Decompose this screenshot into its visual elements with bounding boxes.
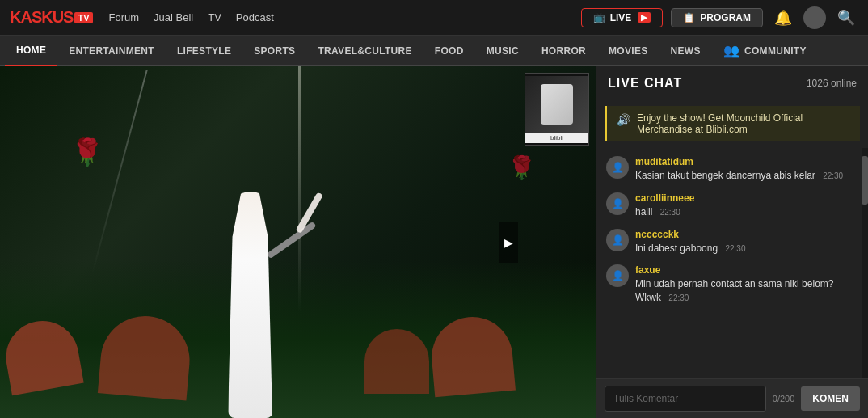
msg-time-2: 22:30 xyxy=(660,208,680,217)
top-nav: KASKUS TV Forum Jual Beli TV Podcast 📺 L… xyxy=(0,0,868,36)
chat-message-4: 👤 faxue Min udah pernah contact an sama … xyxy=(596,260,862,310)
pinned-text: Enjoy the show! Get Moonchild Official M… xyxy=(637,112,850,135)
live-badge: ▶ xyxy=(638,12,651,23)
program-label: PROGRAM xyxy=(700,12,751,23)
microphone xyxy=(266,222,316,260)
chat-message-3: 👤 nccccckk Ini dabest gaboong 22:30 xyxy=(596,224,862,260)
program-icon: 📋 xyxy=(683,12,695,23)
cat-horror[interactable]: HORROR xyxy=(530,36,597,66)
main-content: 🌹 🌹 blibli ▶ LIVE CHAT xyxy=(0,66,868,418)
msg-avatar-4: 👤 xyxy=(606,264,629,287)
thumbnail-image xyxy=(525,76,588,133)
chat-messages[interactable]: 👤 muditatidum Kasian takut bengek dancer… xyxy=(596,148,862,378)
merchandise-jacket xyxy=(541,84,573,125)
flower-decoration-1: 🌹 xyxy=(71,137,103,167)
flower-decoration-2: 🌹 xyxy=(508,154,536,181)
chat-online-count: 1026 online xyxy=(807,78,857,89)
chat-scrollbar[interactable] xyxy=(862,148,868,378)
blibli-logo: blibli xyxy=(525,133,588,143)
performer-body xyxy=(228,192,272,418)
notification-button[interactable]: 🔔 xyxy=(771,6,795,30)
pinned-message: 🔊 Enjoy the show! Get Moonchild Official… xyxy=(605,106,860,141)
msg-body-1: muditatidum Kasian takut bengek dancerny… xyxy=(635,156,852,183)
nav-podcast[interactable]: Podcast xyxy=(236,11,274,23)
live-button[interactable]: 📺 LIVE ▶ xyxy=(581,8,664,27)
program-button[interactable]: 📋 PROGRAM xyxy=(671,8,763,27)
logo-tv: TV xyxy=(74,12,92,23)
chat-input[interactable] xyxy=(605,386,766,412)
live-icon: 📺 xyxy=(593,12,605,23)
cat-movies[interactable]: MOVIES xyxy=(597,36,659,66)
chat-message-2: 👤 carolliinneee haiii 22:30 xyxy=(596,188,862,224)
msg-username-1: muditatidum xyxy=(635,156,852,167)
cat-food[interactable]: FOOD xyxy=(423,36,475,66)
komen-button[interactable]: KOMEN xyxy=(801,386,860,411)
msg-avatar-2: 👤 xyxy=(606,192,629,215)
nav-forum[interactable]: Forum xyxy=(109,11,140,23)
msg-time-1: 22:30 xyxy=(823,171,843,180)
top-nav-right: 📺 LIVE ▶ 📋 PROGRAM 🔔 🔍 xyxy=(581,6,858,30)
top-nav-links: Forum Jual Beli TV Podcast xyxy=(109,11,581,23)
cat-music[interactable]: MUSIC xyxy=(475,36,530,66)
msg-username-2: carolliinneee xyxy=(635,192,852,204)
cat-home[interactable]: HOME xyxy=(5,36,57,66)
msg-time-3: 22:30 xyxy=(725,244,745,253)
cat-travel[interactable]: TRAVEL&CULTURE xyxy=(306,36,423,66)
cat-community[interactable]: 👥 COMMUNITY xyxy=(712,36,818,66)
stage-light-2 xyxy=(298,66,301,313)
chat-scrollbar-thumb[interactable] xyxy=(862,156,868,205)
cat-lifestyle[interactable]: LIFESTYLE xyxy=(166,36,242,66)
logo-area: KASKUS TV xyxy=(10,8,93,27)
msg-avatar-1: 👤 xyxy=(606,156,629,179)
msg-text-4: Min udah pernah contact an sama niki bel… xyxy=(635,277,852,305)
msg-text-1: Kasian takut bengek dancernya abis kelar… xyxy=(635,169,852,183)
stage-light-1 xyxy=(92,70,148,274)
logo-text: KASKUS xyxy=(10,8,73,27)
cat-sports[interactable]: SPORTS xyxy=(242,36,306,66)
chat-title: LIVE CHAT xyxy=(608,76,682,91)
chat-area: LIVE CHAT 1026 online 🔊 Enjoy the show! … xyxy=(596,66,868,418)
video-area: 🌹 🌹 blibli ▶ xyxy=(0,66,596,418)
msg-body-4: faxue Min udah pernah contact an sama ni… xyxy=(635,264,852,305)
msg-username-4: faxue xyxy=(635,264,852,276)
chat-header: LIVE CHAT 1026 online xyxy=(596,66,868,99)
category-nav: HOME ENTERTAINMENT LIFESTYLE SPORTS TRAV… xyxy=(0,36,868,66)
thumbnail-overlay: blibli xyxy=(525,73,589,146)
msg-avatar-3: 👤 xyxy=(606,229,629,251)
nav-tv[interactable]: TV xyxy=(208,11,221,23)
avatar[interactable] xyxy=(803,6,826,29)
chat-body: 👤 muditatidum Kasian takut bengek dancer… xyxy=(596,148,868,378)
cat-entertainment[interactable]: ENTERTAINMENT xyxy=(57,36,166,66)
video-next-arrow[interactable]: ▶ xyxy=(499,222,518,263)
dancer-right-2 xyxy=(364,329,429,394)
nav-jualbeli[interactable]: Jual Beli xyxy=(154,11,193,23)
msg-text-3: Ini dabest gaboong 22:30 xyxy=(635,242,852,255)
msg-time-4: 22:30 xyxy=(668,293,689,302)
search-button[interactable]: 🔍 xyxy=(834,6,858,30)
chat-input-area: 0/200 KOMEN xyxy=(596,378,868,418)
live-label: LIVE xyxy=(610,12,632,23)
char-count: 0/200 xyxy=(773,394,795,403)
msg-username-3: nccccckk xyxy=(635,229,852,240)
msg-body-2: carolliinneee haiii 22:30 xyxy=(635,192,852,219)
cat-news[interactable]: NEWS xyxy=(659,36,712,66)
msg-body-3: nccccckk Ini dabest gaboong 22:30 xyxy=(635,229,852,255)
cat-community-label: COMMUNITY xyxy=(744,45,807,57)
community-icon: 👥 xyxy=(723,43,739,58)
msg-text-2: haiii 22:30 xyxy=(635,205,852,219)
pin-icon: 🔊 xyxy=(617,113,630,126)
chat-message-1: 👤 muditatidum Kasian takut bengek dancer… xyxy=(596,151,862,188)
